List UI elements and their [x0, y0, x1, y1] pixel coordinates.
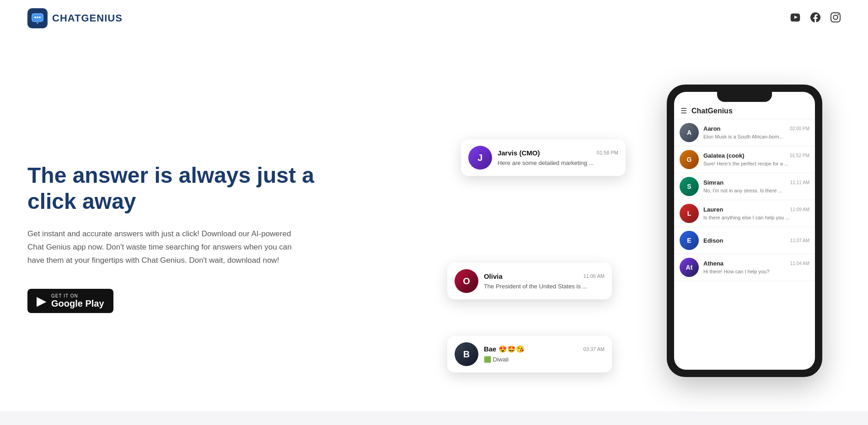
jarvis-name: Jarvis (CMO) [498, 149, 540, 157]
logo-area: CHATGENIUS [27, 8, 123, 28]
chat-item-lauren[interactable]: L Lauren 11:09 AM Is there anything else… [674, 200, 815, 227]
aaron-name: Aaron [703, 125, 721, 132]
floating-card-bae: B Bae 😍🤩😘 03:37 AM 🟩 Diwali [447, 336, 612, 372]
svg-point-4 [39, 16, 41, 18]
edison-time: 11:07 AM [790, 238, 809, 243]
jarvis-message: Here are some detailed marketing ... [498, 159, 594, 166]
lauren-name: Lauren [703, 206, 723, 213]
athena-time: 11:04 AM [790, 261, 809, 266]
olivia-avatar: O [455, 269, 478, 293]
phone-notch [717, 92, 772, 102]
right-content: J Jarvis (CMO) 01:58 PM Here are some de… [475, 66, 841, 409]
chat-item-athena[interactable]: At Athena 11:04 AM Hi there! How can I h… [674, 254, 815, 281]
galatea-name: Galatea (cook) [703, 152, 745, 159]
get-it-on-label: GET IT ON [51, 293, 78, 298]
svg-point-2 [34, 16, 36, 18]
play-store-icon: ▶ [37, 293, 47, 308]
lauren-preview: Is there anything else I can help you ..… [703, 215, 789, 220]
instagram-icon[interactable] [830, 12, 841, 25]
logo-icon [27, 8, 48, 28]
chat-item-edison[interactable]: E Edison 11:07 AM [674, 227, 815, 254]
aaron-time: 02:00 PM [790, 126, 809, 131]
galatea-time: 01:52 PM [790, 153, 809, 158]
jarvis-time: 01:58 PM [597, 150, 618, 155]
bae-time: 03:37 AM [583, 346, 604, 352]
simran-preview: No, I'm not in any stress. Is there ... [703, 188, 782, 193]
simran-avatar: S [680, 177, 699, 196]
aaron-avatar: A [680, 123, 699, 142]
chat-item-simran[interactable]: S Simran 11:11 AM No, I'm not in any str… [674, 173, 815, 200]
olivia-name: Olivia [484, 272, 503, 280]
chat-item-galatea[interactable]: G Galatea (cook) 01:52 PM Sure! Here's t… [674, 146, 815, 173]
lauren-avatar: L [680, 204, 699, 223]
floating-card-jarvis: J Jarvis (CMO) 01:58 PM Here are some de… [461, 139, 626, 176]
simran-name: Simran [703, 179, 723, 186]
edison-name: Edison [703, 237, 723, 244]
svg-point-3 [37, 16, 38, 18]
brand-name: CHATGENIUS [52, 12, 123, 24]
hero-description: Get instant and accurate answers with ju… [27, 228, 293, 267]
navbar: CHATGENIUS [0, 0, 868, 37]
galatea-preview: Sure! Here's the perfect recipe for a ..… [703, 161, 788, 166]
athena-preview: Hi there! How can I help you? [703, 269, 769, 274]
menu-icon: ☰ [680, 106, 687, 115]
jarvis-avatar: J [468, 146, 492, 170]
facebook-icon[interactable] [810, 12, 820, 25]
athena-avatar: At [680, 258, 699, 277]
hero-title: The answer is always just a click away [27, 162, 348, 215]
bae-message: 🟩 Diwali [484, 356, 509, 363]
main-content: The answer is always just a click away G… [0, 37, 868, 411]
google-play-button[interactable]: ▶ GET IT ON Google Play [27, 289, 113, 313]
floating-card-olivia: O Olivia 11:06 AM The President of the U… [447, 263, 612, 299]
phone-header: ☰ ChatGenius [674, 103, 815, 119]
bae-name: Bae 😍🤩😘 [484, 345, 525, 353]
aaron-preview: Elon Musk is a South African-born... [703, 134, 783, 139]
chat-item-aaron[interactable]: A Aaron 02:00 PM Elon Musk is a South Af… [674, 119, 815, 146]
lauren-time: 11:09 AM [790, 207, 809, 212]
athena-name: Athena [703, 260, 723, 267]
olivia-message: The President of the United States is ..… [484, 283, 587, 290]
simran-time: 11:11 AM [790, 180, 809, 185]
left-content: The answer is always just a click away G… [27, 162, 348, 313]
galatea-avatar: G [680, 150, 699, 169]
phone-frame: ☰ ChatGenius A Aaron 02:00 PM Elon Musk [667, 85, 822, 377]
phone-screen: ☰ ChatGenius A Aaron 02:00 PM Elon Musk [674, 92, 815, 370]
phone-app-title: ChatGenius [691, 107, 733, 115]
youtube-icon[interactable] [790, 12, 800, 25]
bae-avatar: B [455, 342, 478, 366]
nav-icons [790, 12, 841, 25]
chat-list: A Aaron 02:00 PM Elon Musk is a South Af… [674, 119, 815, 281]
edison-avatar: E [680, 231, 699, 250]
store-name-label: Google Play [51, 298, 104, 308]
olivia-time: 11:06 AM [583, 273, 604, 279]
